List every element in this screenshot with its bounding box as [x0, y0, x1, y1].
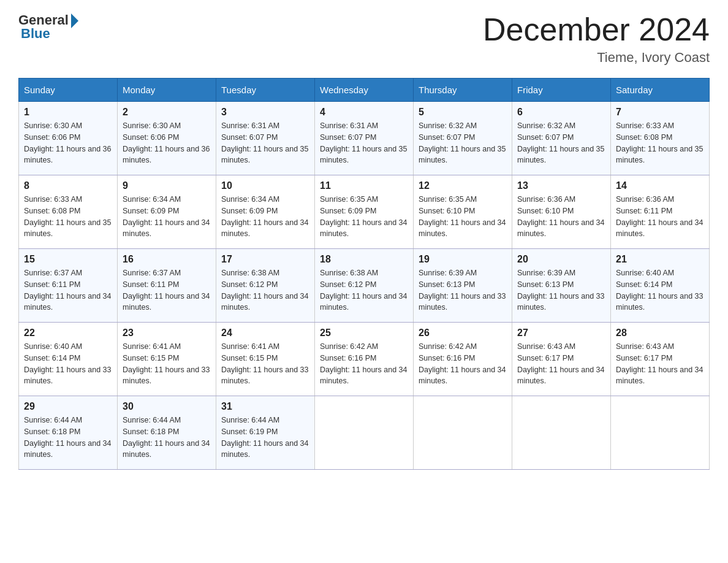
day-number: 14	[616, 180, 704, 191]
day-number: 27	[517, 327, 605, 339]
column-header-sunday: Sunday	[19, 79, 118, 102]
day-number: 25	[320, 327, 408, 339]
calendar-week-5: 29 Sunrise: 6:44 AMSunset: 6:18 PMDaylig…	[19, 396, 710, 470]
day-info: Sunrise: 6:42 AMSunset: 6:16 PMDaylight:…	[320, 342, 407, 385]
day-number: 15	[24, 254, 112, 265]
day-number: 20	[517, 254, 605, 265]
month-title: December 2024	[483, 12, 710, 47]
day-number: 16	[123, 254, 211, 265]
day-number: 17	[221, 254, 309, 265]
calendar-table: SundayMondayTuesdayWednesdayThursdayFrid…	[18, 78, 710, 470]
calendar-cell: 13 Sunrise: 6:36 AMSunset: 6:10 PMDaylig…	[512, 175, 611, 249]
column-header-friday: Friday	[512, 79, 611, 102]
calendar-cell: 12 Sunrise: 6:35 AMSunset: 6:10 PMDaylig…	[414, 175, 512, 249]
day-number: 24	[221, 327, 309, 339]
day-number: 28	[616, 327, 704, 339]
day-number: 18	[320, 254, 408, 265]
day-number: 2	[123, 107, 211, 118]
column-header-saturday: Saturday	[611, 79, 710, 102]
day-number: 31	[221, 401, 309, 412]
calendar-cell: 9 Sunrise: 6:34 AMSunset: 6:09 PMDayligh…	[118, 175, 216, 249]
logo: General Blue	[18, 12, 78, 42]
day-info: Sunrise: 6:34 AMSunset: 6:09 PMDaylight:…	[123, 195, 210, 238]
calendar-cell: 19 Sunrise: 6:39 AMSunset: 6:13 PMDaylig…	[414, 249, 512, 323]
column-header-wednesday: Wednesday	[315, 79, 414, 102]
calendar-cell: 8 Sunrise: 6:33 AMSunset: 6:08 PMDayligh…	[19, 175, 118, 249]
day-number: 12	[419, 180, 507, 191]
day-info: Sunrise: 6:35 AMSunset: 6:09 PMDaylight:…	[320, 195, 407, 238]
calendar-cell: 29 Sunrise: 6:44 AMSunset: 6:18 PMDaylig…	[19, 396, 118, 470]
day-number: 4	[320, 107, 408, 118]
day-number: 8	[24, 180, 112, 191]
calendar-week-4: 22 Sunrise: 6:40 AMSunset: 6:14 PMDaylig…	[19, 323, 710, 396]
day-info: Sunrise: 6:39 AMSunset: 6:13 PMDaylight:…	[419, 269, 506, 312]
calendar-cell: 25 Sunrise: 6:42 AMSunset: 6:16 PMDaylig…	[315, 323, 414, 396]
calendar-cell: 22 Sunrise: 6:40 AMSunset: 6:14 PMDaylig…	[19, 323, 118, 396]
calendar-cell: 31 Sunrise: 6:44 AMSunset: 6:19 PMDaylig…	[216, 396, 315, 470]
calendar-cell: 14 Sunrise: 6:36 AMSunset: 6:11 PMDaylig…	[611, 175, 710, 249]
day-number: 30	[123, 401, 211, 412]
calendar-cell: 6 Sunrise: 6:32 AMSunset: 6:07 PMDayligh…	[512, 102, 611, 175]
calendar-cell: 28 Sunrise: 6:43 AMSunset: 6:17 PMDaylig…	[611, 323, 710, 396]
day-number: 26	[419, 327, 507, 339]
day-info: Sunrise: 6:44 AMSunset: 6:18 PMDaylight:…	[24, 416, 111, 459]
day-number: 19	[419, 254, 507, 265]
day-number: 22	[24, 327, 112, 339]
day-number: 21	[616, 254, 704, 265]
calendar-cell: 5 Sunrise: 6:32 AMSunset: 6:07 PMDayligh…	[414, 102, 512, 175]
calendar-cell	[315, 396, 414, 470]
column-header-thursday: Thursday	[414, 79, 512, 102]
day-info: Sunrise: 6:36 AMSunset: 6:10 PMDaylight:…	[517, 195, 604, 238]
day-number: 9	[123, 180, 211, 191]
day-number: 29	[24, 401, 112, 412]
calendar-cell: 2 Sunrise: 6:30 AMSunset: 6:06 PMDayligh…	[118, 102, 216, 175]
calendar-cell: 16 Sunrise: 6:37 AMSunset: 6:11 PMDaylig…	[118, 249, 216, 323]
header-row: SundayMondayTuesdayWednesdayThursdayFrid…	[19, 79, 710, 102]
column-header-tuesday: Tuesday	[216, 79, 315, 102]
day-info: Sunrise: 6:37 AMSunset: 6:11 PMDaylight:…	[24, 269, 111, 312]
calendar-cell	[414, 396, 512, 470]
day-info: Sunrise: 6:32 AMSunset: 6:07 PMDaylight:…	[419, 121, 506, 164]
day-info: Sunrise: 6:44 AMSunset: 6:18 PMDaylight:…	[123, 416, 210, 459]
day-info: Sunrise: 6:30 AMSunset: 6:06 PMDaylight:…	[24, 121, 111, 164]
day-info: Sunrise: 6:30 AMSunset: 6:06 PMDaylight:…	[123, 121, 210, 164]
day-info: Sunrise: 6:40 AMSunset: 6:14 PMDaylight:…	[616, 269, 703, 312]
day-number: 23	[123, 327, 211, 339]
day-info: Sunrise: 6:34 AMSunset: 6:09 PMDaylight:…	[221, 195, 308, 238]
day-number: 7	[616, 107, 704, 118]
calendar-cell: 30 Sunrise: 6:44 AMSunset: 6:18 PMDaylig…	[118, 396, 216, 470]
page-header: General Blue December 2024 Tieme, Ivory …	[18, 12, 710, 66]
day-info: Sunrise: 6:36 AMSunset: 6:11 PMDaylight:…	[616, 195, 703, 238]
day-number: 1	[24, 107, 112, 118]
day-info: Sunrise: 6:35 AMSunset: 6:10 PMDaylight:…	[419, 195, 506, 238]
calendar-cell: 10 Sunrise: 6:34 AMSunset: 6:09 PMDaylig…	[216, 175, 315, 249]
day-number: 13	[517, 180, 605, 191]
calendar-cell: 4 Sunrise: 6:31 AMSunset: 6:07 PMDayligh…	[315, 102, 414, 175]
day-info: Sunrise: 6:41 AMSunset: 6:15 PMDaylight:…	[123, 342, 210, 385]
day-info: Sunrise: 6:33 AMSunset: 6:08 PMDaylight:…	[24, 195, 111, 238]
calendar-cell: 24 Sunrise: 6:41 AMSunset: 6:15 PMDaylig…	[216, 323, 315, 396]
calendar-week-2: 8 Sunrise: 6:33 AMSunset: 6:08 PMDayligh…	[19, 175, 710, 249]
calendar-cell	[512, 396, 611, 470]
calendar-cell: 7 Sunrise: 6:33 AMSunset: 6:08 PMDayligh…	[611, 102, 710, 175]
calendar-cell: 26 Sunrise: 6:42 AMSunset: 6:16 PMDaylig…	[414, 323, 512, 396]
day-info: Sunrise: 6:38 AMSunset: 6:12 PMDaylight:…	[221, 269, 308, 312]
calendar-cell: 23 Sunrise: 6:41 AMSunset: 6:15 PMDaylig…	[118, 323, 216, 396]
day-info: Sunrise: 6:44 AMSunset: 6:19 PMDaylight:…	[221, 416, 308, 459]
title-section: December 2024 Tieme, Ivory Coast	[483, 12, 710, 66]
calendar-week-1: 1 Sunrise: 6:30 AMSunset: 6:06 PMDayligh…	[19, 102, 710, 175]
day-info: Sunrise: 6:41 AMSunset: 6:15 PMDaylight:…	[221, 342, 308, 385]
calendar-cell: 1 Sunrise: 6:30 AMSunset: 6:06 PMDayligh…	[19, 102, 118, 175]
day-info: Sunrise: 6:31 AMSunset: 6:07 PMDaylight:…	[221, 121, 308, 164]
day-number: 6	[517, 107, 605, 118]
calendar-cell: 3 Sunrise: 6:31 AMSunset: 6:07 PMDayligh…	[216, 102, 315, 175]
calendar-cell: 15 Sunrise: 6:37 AMSunset: 6:11 PMDaylig…	[19, 249, 118, 323]
calendar-cell: 27 Sunrise: 6:43 AMSunset: 6:17 PMDaylig…	[512, 323, 611, 396]
day-info: Sunrise: 6:40 AMSunset: 6:14 PMDaylight:…	[24, 342, 111, 385]
calendar-cell: 17 Sunrise: 6:38 AMSunset: 6:12 PMDaylig…	[216, 249, 315, 323]
day-info: Sunrise: 6:31 AMSunset: 6:07 PMDaylight:…	[320, 121, 407, 164]
logo-arrow-icon	[71, 13, 78, 28]
calendar-cell: 11 Sunrise: 6:35 AMSunset: 6:09 PMDaylig…	[315, 175, 414, 249]
calendar-cell: 18 Sunrise: 6:38 AMSunset: 6:12 PMDaylig…	[315, 249, 414, 323]
calendar-cell: 20 Sunrise: 6:39 AMSunset: 6:13 PMDaylig…	[512, 249, 611, 323]
